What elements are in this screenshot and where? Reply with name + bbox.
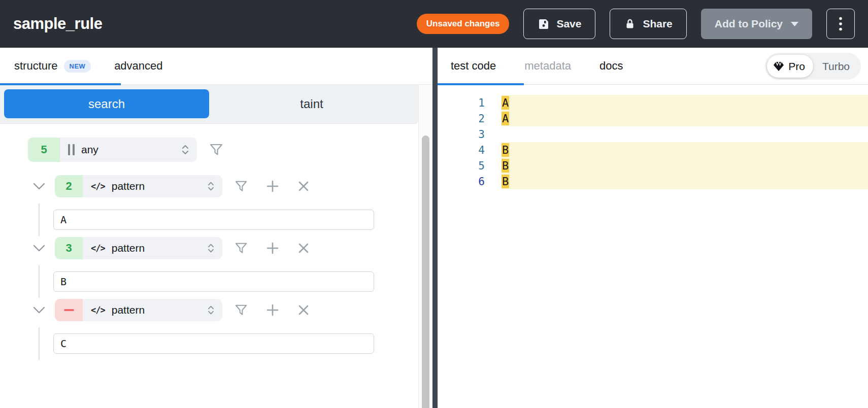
rule-pattern-node: 2 </> pattern bbox=[0, 175, 432, 230]
code-line: 3 bbox=[438, 126, 868, 142]
remove-icon[interactable] bbox=[297, 180, 310, 192]
match-count-badge: 3 bbox=[55, 237, 83, 259]
rule-structure-panel: structure NEW advanced search taint 5 bbox=[0, 48, 432, 408]
match-count-badge bbox=[55, 299, 83, 321]
add-icon[interactable] bbox=[266, 242, 279, 255]
pattern-operator-label: pattern bbox=[112, 242, 145, 254]
test-panel: test code metadata docs Pro Tur bbox=[438, 48, 868, 408]
panel-divider[interactable] bbox=[432, 48, 438, 408]
select-caret-icon bbox=[208, 305, 214, 315]
code-icon: </> bbox=[91, 181, 105, 191]
mode-option-taint[interactable]: taint bbox=[209, 89, 414, 118]
pattern-operator-select[interactable]: 3 </> pattern bbox=[55, 237, 222, 259]
add-icon[interactable] bbox=[266, 303, 279, 317]
mode-option-search[interactable]: search bbox=[4, 89, 209, 118]
mode-toggle: search taint bbox=[0, 85, 418, 124]
collapse-chevron-icon[interactable] bbox=[30, 182, 48, 190]
remove-icon[interactable] bbox=[297, 242, 310, 254]
collapse-chevron-icon[interactable] bbox=[30, 306, 48, 314]
left-scrollbar-thumb[interactable] bbox=[422, 135, 429, 408]
pattern-operator-label: pattern bbox=[112, 180, 145, 192]
root-operator-select[interactable]: 5 any bbox=[28, 138, 197, 162]
matched-text: B bbox=[502, 143, 509, 157]
line-number: 3 bbox=[438, 128, 485, 141]
tab-advanced-label: advanced bbox=[114, 59, 162, 73]
code-line-content: A bbox=[502, 111, 868, 126]
select-caret-icon bbox=[208, 243, 214, 253]
lock-icon bbox=[624, 18, 636, 30]
add-to-policy-button[interactable]: Add to Policy bbox=[701, 9, 812, 39]
tab-test-code[interactable]: test code bbox=[451, 59, 496, 73]
main-split: structure NEW advanced search taint 5 bbox=[0, 48, 868, 408]
filter-icon[interactable] bbox=[209, 143, 223, 157]
add-to-policy-label: Add to Policy bbox=[715, 18, 783, 30]
header: sample_rule Unsaved changes Save bbox=[0, 0, 868, 48]
gem-icon bbox=[773, 61, 784, 72]
tab-structure-label: structure bbox=[14, 59, 58, 73]
logical-or-icon bbox=[68, 144, 75, 155]
matched-text: A bbox=[502, 96, 509, 110]
unsaved-changes-badge: Unsaved changes bbox=[417, 14, 510, 34]
pattern-input[interactable] bbox=[53, 210, 374, 230]
code-line-content: B bbox=[502, 142, 868, 158]
share-button[interactable]: Share bbox=[610, 9, 686, 39]
code-line: 4 B bbox=[438, 142, 868, 158]
line-number: 6 bbox=[438, 176, 485, 188]
pattern-operator-select[interactable]: 2 </> pattern bbox=[55, 175, 222, 197]
header-actions: Unsaved changes Save bbox=[417, 9, 855, 39]
tree-guide-line bbox=[39, 265, 40, 298]
filter-icon[interactable] bbox=[235, 242, 248, 255]
save-icon bbox=[538, 18, 550, 30]
pattern-row: </> pattern bbox=[0, 299, 432, 321]
rule-editor-page: sample_rule Unsaved changes Save bbox=[0, 0, 868, 408]
engine-option-turbo[interactable]: Turbo bbox=[813, 60, 859, 73]
tab-advanced[interactable]: advanced bbox=[114, 59, 162, 73]
share-button-label: Share bbox=[643, 18, 672, 30]
left-scrollbar-track[interactable] bbox=[418, 85, 432, 408]
remove-icon[interactable] bbox=[297, 304, 310, 316]
filter-icon[interactable] bbox=[235, 303, 248, 317]
new-badge: NEW bbox=[64, 60, 91, 73]
pattern-row: 3 </> pattern bbox=[0, 237, 432, 259]
pattern-operator-select[interactable]: </> pattern bbox=[55, 299, 222, 321]
pattern-input[interactable] bbox=[53, 271, 374, 292]
overflow-menu-button[interactable] bbox=[826, 9, 855, 39]
line-number: 2 bbox=[438, 113, 485, 125]
code-icon: </> bbox=[91, 243, 105, 253]
select-caret-icon bbox=[182, 144, 189, 155]
root-operator-label: any bbox=[81, 144, 98, 156]
line-number: 1 bbox=[438, 97, 485, 109]
collapse-chevron-icon[interactable] bbox=[30, 244, 48, 252]
matched-text: A bbox=[502, 112, 509, 125]
rule-children: 2 </> pattern bbox=[0, 175, 432, 354]
code-line-content bbox=[502, 126, 868, 142]
filter-icon[interactable] bbox=[235, 180, 248, 193]
code-line: 6 B bbox=[438, 174, 868, 189]
rule-pattern-node: 3 </> pattern bbox=[0, 237, 432, 292]
engine-option-pro[interactable]: Pro bbox=[767, 55, 813, 78]
tab-structure[interactable]: structure NEW bbox=[14, 59, 91, 73]
left-tab-bar: structure NEW advanced bbox=[0, 48, 432, 85]
tree-guide-line bbox=[39, 203, 40, 236]
tab-docs[interactable]: docs bbox=[599, 59, 623, 73]
code-line: 1 A bbox=[438, 95, 868, 111]
pattern-operator-label: pattern bbox=[112, 304, 145, 316]
active-tab-underline bbox=[438, 83, 524, 85]
engine-pro-label: Pro bbox=[788, 60, 805, 73]
caret-down-icon bbox=[791, 22, 798, 26]
active-tab-underline bbox=[0, 83, 121, 85]
save-button-label: Save bbox=[556, 18, 581, 30]
line-number: 5 bbox=[438, 160, 485, 172]
pattern-row: 2 </> pattern bbox=[0, 175, 432, 197]
rule-tree: 5 any bbox=[0, 124, 432, 354]
add-icon[interactable] bbox=[266, 180, 279, 193]
save-button[interactable]: Save bbox=[523, 9, 595, 39]
match-count-badge: 2 bbox=[55, 175, 83, 197]
pattern-input[interactable] bbox=[53, 333, 374, 354]
matched-text: B bbox=[502, 159, 509, 173]
test-code-editor[interactable]: 1 A 2 A 3 4 B 5 B 6 B bbox=[438, 85, 868, 408]
engine-toggle[interactable]: Pro Turbo bbox=[765, 53, 861, 80]
tab-metadata[interactable]: metadata bbox=[524, 59, 571, 73]
matched-text: B bbox=[502, 175, 509, 188]
match-count-badge: 5 bbox=[28, 138, 60, 162]
